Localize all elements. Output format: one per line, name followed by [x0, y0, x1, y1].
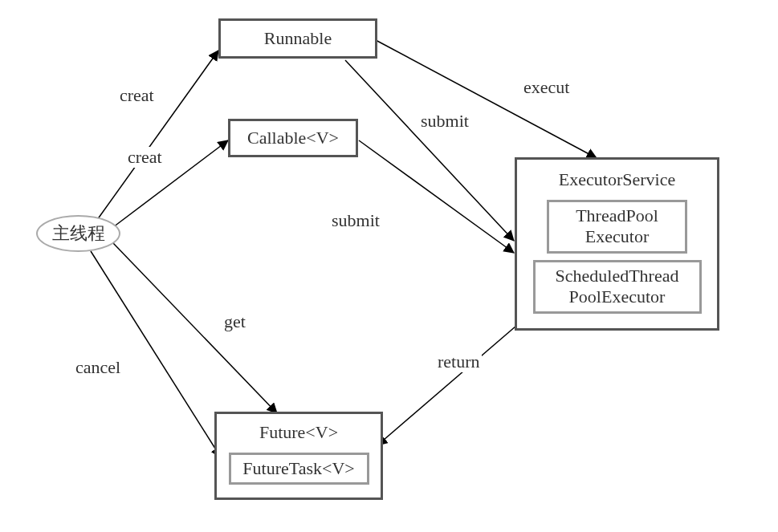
node-scheduled-line1: ScheduledThread — [556, 266, 679, 286]
svg-line-2 — [113, 243, 277, 413]
node-threadpool-line2: Executor — [585, 226, 649, 247]
node-runnable: Runnable — [218, 18, 377, 59]
node-callable-label: Callable<V> — [247, 128, 339, 148]
node-scheduled: ScheduledThread PoolExecutor — [533, 260, 702, 314]
node-futuretask: FutureTask<V> — [229, 453, 369, 485]
svg-line-7 — [377, 321, 522, 445]
edge-return: return — [436, 351, 482, 372]
svg-line-6 — [359, 140, 514, 253]
svg-line-3 — [91, 251, 221, 457]
node-futuretask-label: FutureTask<V> — [242, 458, 354, 479]
node-callable: Callable<V> — [228, 119, 358, 157]
node-runnable-label: Runnable — [264, 28, 332, 49]
node-future-title: Future<V> — [259, 422, 338, 443]
node-future: Future<V> FutureTask<V> — [214, 412, 383, 500]
edge-submit1: submit — [419, 111, 470, 132]
svg-line-4 — [376, 40, 597, 158]
svg-line-0 — [97, 51, 218, 220]
edge-submit2: submit — [330, 210, 381, 231]
edge-creat1: creat — [118, 85, 156, 106]
node-main-thread: 主线程 — [36, 215, 120, 252]
node-executor-title: ExecutorService — [559, 169, 675, 190]
node-threadpool-line1: ThreadPool — [576, 205, 658, 226]
node-scheduled-line2: PoolExecutor — [569, 286, 666, 307]
edge-get: get — [222, 311, 247, 332]
edge-creat2: creat — [126, 147, 164, 168]
edge-execut: execut — [522, 77, 571, 98]
edge-cancel: cancel — [74, 357, 122, 378]
node-main-thread-label: 主线程 — [52, 221, 105, 246]
node-threadpool: ThreadPool Executor — [547, 200, 687, 254]
node-executor: ExecutorService ThreadPool Executor Sche… — [515, 157, 719, 331]
